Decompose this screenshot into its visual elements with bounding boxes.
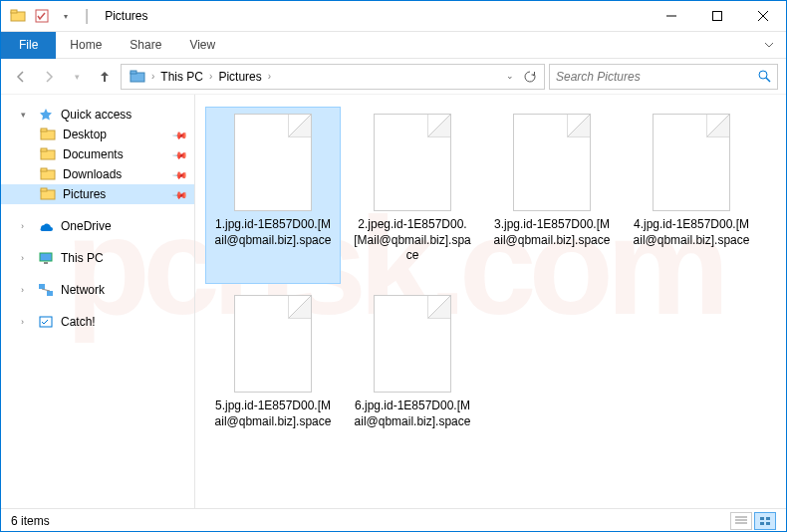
- address-bar[interactable]: › This PC › Pictures › ⌄: [121, 64, 545, 90]
- chevron-right-icon[interactable]: ›: [21, 285, 31, 295]
- file-name: 6.jpg.id-1E857D00.[Mail@qbmail.biz].spac…: [352, 399, 473, 429]
- file-icon: [374, 114, 451, 211]
- sidebar-item-downloads[interactable]: Downloads📌: [1, 164, 194, 184]
- minimize-button[interactable]: [649, 1, 694, 32]
- item-count: 6 items: [11, 514, 50, 528]
- file-name: 4.jpg.id-1E857D00.[Mail@qbmail.biz].spac…: [631, 217, 752, 248]
- file-icon: [653, 114, 730, 211]
- tab-view[interactable]: View: [175, 32, 229, 59]
- sidebar-item-label: Catch!: [61, 315, 96, 329]
- sidebar-item-thispc[interactable]: ›This PC: [1, 248, 194, 268]
- svg-rect-1: [11, 10, 17, 13]
- folder-icon: [126, 70, 149, 84]
- breadcrumb-pictures[interactable]: Pictures: [214, 70, 265, 84]
- sidebar-label: Quick access: [61, 108, 131, 122]
- tab-home[interactable]: Home: [56, 32, 116, 59]
- sidebar-item-label: Desktop: [63, 128, 107, 141]
- pin-icon: 📌: [172, 127, 188, 142]
- title-bar: ▾ | Pictures: [1, 1, 786, 32]
- title-separator: |: [85, 7, 89, 25]
- expand-ribbon-icon[interactable]: [752, 40, 786, 50]
- refresh-icon[interactable]: [520, 71, 540, 83]
- sidebar-item-label: Downloads: [63, 167, 122, 181]
- svg-rect-12: [41, 129, 47, 132]
- star-icon: [37, 108, 55, 122]
- svg-rect-29: [766, 517, 770, 520]
- drive-icon: [37, 251, 55, 265]
- file-icon: [234, 114, 312, 211]
- sidebar-item-label: Pictures: [63, 187, 106, 201]
- maximize-button[interactable]: [694, 1, 740, 32]
- file-name: 5.jpg.id-1E857D00.[Mail@qbmail.biz].spac…: [212, 399, 334, 429]
- sidebar-quick-access[interactable]: ▾ Quick access: [1, 105, 194, 125]
- file-name: 2.jpeg.id-1E857D00.[Mail@qbmail.biz].spa…: [352, 217, 473, 264]
- properties-icon[interactable]: [33, 7, 51, 25]
- explorer-icon: [9, 7, 27, 25]
- sidebar-item-documents[interactable]: Documents📌: [1, 144, 194, 164]
- status-bar: 6 items: [1, 508, 786, 532]
- sidebar-item-onedrive[interactable]: ›OneDrive: [1, 216, 194, 236]
- svg-rect-30: [760, 522, 764, 525]
- file-icon: [234, 295, 312, 393]
- sidebar-item-label: Network: [61, 283, 105, 297]
- sidebar-item-label: This PC: [61, 251, 104, 265]
- forward-button[interactable]: [37, 65, 61, 89]
- chevron-right-icon[interactable]: ›: [149, 71, 156, 82]
- file-item[interactable]: 4.jpg.id-1E857D00.[Mail@qbmail.biz].spac…: [624, 107, 759, 284]
- file-item[interactable]: 5.jpg.id-1E857D00.[Mail@qbmail.biz].spac…: [205, 288, 341, 465]
- svg-point-9: [759, 71, 767, 79]
- back-button[interactable]: [9, 65, 33, 89]
- address-dropdown-icon[interactable]: ⌄: [502, 71, 518, 83]
- chevron-right-icon[interactable]: ›: [21, 253, 31, 263]
- file-item[interactable]: 3.jpg.id-1E857D00.[Mail@qbmail.biz].spac…: [484, 107, 620, 284]
- file-item[interactable]: 2.jpeg.id-1E857D00.[Mail@qbmail.biz].spa…: [345, 107, 480, 284]
- drive-icon: [37, 283, 55, 297]
- chevron-right-icon[interactable]: ›: [21, 221, 31, 231]
- sidebar-item-pictures[interactable]: Pictures📌: [1, 184, 194, 204]
- files-pane[interactable]: 1.jpg.id-1E857D00.[Mail@qbmail.biz].spac…: [195, 95, 786, 508]
- svg-rect-22: [47, 291, 53, 296]
- sidebar-item-desktop[interactable]: Desktop📌: [1, 125, 194, 144]
- file-name: 1.jpg.id-1E857D00.[Mail@qbmail.biz].spac…: [212, 217, 334, 248]
- file-item[interactable]: 1.jpg.id-1E857D00.[Mail@qbmail.biz].spac…: [205, 107, 341, 284]
- recent-dropdown-icon[interactable]: ▾: [65, 65, 89, 89]
- svg-line-23: [42, 289, 50, 291]
- close-button[interactable]: [740, 1, 786, 32]
- search-icon[interactable]: [758, 70, 771, 83]
- svg-rect-8: [131, 71, 136, 74]
- svg-rect-14: [41, 148, 47, 151]
- search-input[interactable]: [556, 70, 758, 84]
- ribbon-tabs: File Home Share View: [1, 32, 786, 59]
- folder-icon: [39, 167, 57, 181]
- qat-dropdown-icon[interactable]: ▾: [57, 7, 75, 25]
- chevron-right-icon[interactable]: ›: [266, 71, 273, 82]
- svg-rect-18: [41, 188, 47, 191]
- sidebar-item-catch[interactable]: ›Catch!: [1, 312, 194, 332]
- drive-icon: [37, 315, 55, 329]
- chevron-right-icon[interactable]: ›: [207, 71, 214, 82]
- chevron-right-icon[interactable]: ›: [21, 317, 31, 327]
- pin-icon: 📌: [172, 166, 188, 182]
- sidebar-item-label: Documents: [63, 147, 124, 161]
- large-icons-view-button[interactable]: [754, 512, 776, 530]
- breadcrumb-this-pc[interactable]: This PC: [156, 70, 207, 84]
- tab-share[interactable]: Share: [116, 32, 175, 59]
- pin-icon: 📌: [172, 146, 188, 162]
- folder-icon: [39, 128, 57, 141]
- file-item[interactable]: 6.jpg.id-1E857D00.[Mail@qbmail.biz].spac…: [345, 288, 480, 465]
- svg-rect-31: [766, 522, 770, 525]
- folder-icon: [39, 147, 57, 161]
- svg-line-10: [766, 78, 770, 82]
- up-button[interactable]: [93, 65, 117, 89]
- search-box[interactable]: [549, 64, 778, 90]
- svg-rect-19: [40, 253, 52, 261]
- svg-rect-21: [39, 284, 45, 289]
- drive-icon: [37, 220, 55, 232]
- file-name: 3.jpg.id-1E857D00.[Mail@qbmail.biz].spac…: [491, 217, 613, 248]
- nav-bar: ▾ › This PC › Pictures › ⌄: [1, 59, 786, 95]
- file-icon: [374, 295, 451, 393]
- details-view-button[interactable]: [730, 512, 752, 530]
- chevron-down-icon[interactable]: ▾: [21, 110, 31, 120]
- file-menu[interactable]: File: [1, 32, 56, 59]
- sidebar-item-network[interactable]: ›Network: [1, 280, 194, 300]
